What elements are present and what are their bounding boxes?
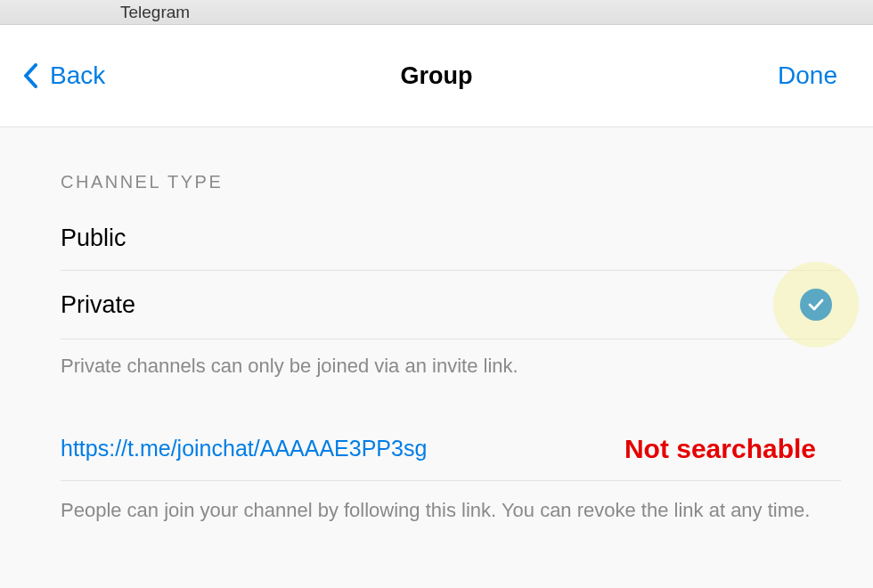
option-public-label: Public — [61, 225, 126, 252]
navigation-bar: Back Group Done — [0, 25, 873, 127]
channel-type-options: Public Private — [0, 207, 873, 339]
page-title: Group — [401, 62, 473, 90]
not-searchable-annotation: Not searchable — [624, 434, 816, 464]
option-private[interactable]: Private — [61, 271, 841, 339]
option-private-label: Private — [61, 291, 135, 319]
back-label: Back — [50, 61, 105, 90]
checkmark-icon — [800, 289, 832, 321]
back-button[interactable]: Back — [23, 61, 105, 90]
invite-link[interactable]: https://t.me/joinchat/AAAAAE3PP3sg — [61, 436, 427, 461]
app-title: Telegram — [120, 3, 190, 22]
app-tab-bar: Telegram — [0, 0, 873, 25]
channel-type-header: CHANNEL TYPE — [0, 127, 873, 207]
invite-link-row: https://t.me/joinchat/AAAAAE3PP3sg Not s… — [61, 434, 841, 481]
done-button[interactable]: Done — [778, 61, 837, 90]
invite-link-footer: People can join your channel by followin… — [0, 481, 873, 525]
content-area: CHANNEL TYPE Public Private Private chan… — [0, 127, 873, 525]
chevron-left-icon — [23, 63, 37, 88]
option-public[interactable]: Public — [61, 207, 841, 271]
channel-type-footer: Private channels can only be joined via … — [0, 339, 873, 380]
